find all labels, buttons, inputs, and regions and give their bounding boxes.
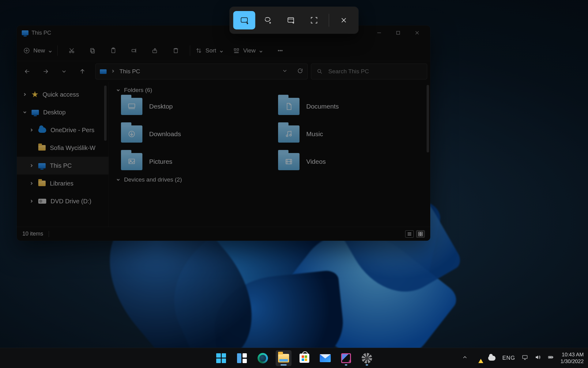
sidebar-item-label: Sofia Wyciślik-W (50, 144, 96, 151)
recent-locations-button[interactable] (60, 67, 68, 76)
this-pc-icon (100, 69, 107, 74)
expander-icon[interactable] (29, 182, 34, 185)
svg-point-27 (280, 50, 281, 51)
folder-downloads[interactable]: Downloads (121, 125, 266, 143)
widgets-button[interactable] (234, 350, 250, 366)
search-icon (317, 68, 323, 75)
microsoft-store-button[interactable] (296, 350, 312, 366)
toolbar: New Sort View (17, 40, 430, 61)
svg-rect-19 (174, 49, 178, 53)
large-icons-view-button[interactable] (416, 230, 425, 238)
sidebar-item-onedrive-pers[interactable]: OneDrive - Pers (17, 121, 108, 139)
expander-icon[interactable] (22, 93, 27, 96)
svg-rect-11 (91, 49, 94, 53)
sidebar-item-libraries[interactable]: Libraries (17, 174, 108, 192)
mail-button[interactable] (317, 350, 333, 366)
sidebar-item-sofia-wyci-lik-w[interactable]: Sofia Wyciślik-W (17, 139, 108, 157)
devices-section-header[interactable]: Devices and drives (2) (116, 176, 423, 183)
system-tray: ENG 10:43 AM 1/30/2022 (462, 348, 584, 368)
maximize-button[interactable] (394, 29, 402, 37)
more-icon[interactable] (277, 47, 284, 54)
expander-icon[interactable] (22, 110, 27, 114)
address-dropdown-button[interactable] (282, 68, 288, 75)
svg-point-39 (290, 134, 292, 136)
snipping-tool-bar (230, 7, 359, 34)
file-explorer-taskbar-button[interactable] (276, 350, 292, 366)
sidebar-item-label: Desktop (43, 109, 66, 116)
breadcrumb[interactable]: This PC (119, 68, 140, 75)
folder-pictures[interactable]: Pictures (121, 153, 266, 170)
window-snip-button[interactable] (280, 11, 302, 29)
fullscreen-snip-button[interactable] (303, 11, 325, 29)
svg-point-32 (318, 69, 321, 72)
settings-taskbar-button[interactable] (359, 350, 375, 366)
folder-documents[interactable]: Documents (278, 98, 423, 115)
minimize-button[interactable] (375, 29, 383, 37)
network-icon[interactable] (522, 354, 528, 362)
snip-close-button[interactable] (333, 11, 355, 29)
file-explorer-window: This PC New Sort (17, 25, 430, 241)
volume-icon[interactable] (535, 354, 541, 362)
cut-icon[interactable] (68, 47, 75, 54)
titlebar[interactable]: This PC (17, 25, 430, 40)
this-pc-icon (22, 30, 28, 35)
folder-music[interactable]: Music (278, 125, 423, 143)
monitor-icon (32, 110, 39, 115)
language-indicator[interactable]: ENG (502, 355, 515, 361)
forward-button[interactable] (41, 67, 50, 76)
freeform-snip-button[interactable] (257, 11, 279, 29)
rename-icon[interactable] (130, 47, 138, 54)
folder-desktop[interactable]: Desktop (121, 98, 266, 115)
details-view-button[interactable] (405, 230, 414, 238)
sidebar-item-label: OneDrive - Pers (51, 127, 94, 134)
sidebar-item-quick-access[interactable]: Quick access (17, 86, 108, 103)
taskbar: ENG 10:43 AM 1/30/2022 (0, 348, 588, 368)
sidebar-item-label: Quick access (43, 91, 79, 98)
monitor-icon (38, 163, 46, 168)
drive-icon (38, 199, 46, 204)
tray-overflow-button[interactable] (462, 354, 468, 362)
address-bar[interactable]: This PC (95, 63, 308, 79)
close-button[interactable] (413, 29, 421, 37)
svg-rect-12 (91, 48, 94, 52)
chevron-down-icon (259, 48, 263, 53)
sidebar-item-this-pc[interactable]: This PC (17, 157, 108, 174)
copy-icon[interactable] (89, 47, 96, 54)
content-scrollbar[interactable] (427, 85, 429, 152)
share-icon[interactable] (151, 47, 159, 54)
cloud-icon (38, 127, 46, 133)
clock[interactable]: 10:43 AM 1/30/2022 (560, 351, 584, 365)
view-button[interactable]: View (233, 47, 263, 54)
rectangular-snip-button[interactable] (233, 11, 255, 29)
item-count: 10 items (22, 231, 43, 237)
search-input[interactable]: Search This PC (311, 63, 427, 79)
sort-button[interactable]: Sort (195, 47, 224, 54)
windows-security-icon[interactable] (475, 355, 481, 362)
start-button[interactable] (213, 350, 229, 366)
sidebar-item-dvd-drive-d-[interactable]: DVD Drive (D:) (17, 192, 108, 210)
delete-icon[interactable] (172, 47, 179, 54)
content-pane: Folders (6) DesktopDocumentsDownloadsMus… (109, 82, 430, 227)
folders-section-header[interactable]: Folders (6) (116, 87, 423, 94)
snipping-tool-taskbar-button[interactable] (338, 350, 354, 366)
refresh-button[interactable] (297, 68, 303, 75)
up-button[interactable] (78, 67, 87, 76)
expander-icon[interactable] (29, 128, 34, 132)
folder-icon (278, 125, 300, 143)
sidebar-scrollbar[interactable] (104, 86, 107, 141)
battery-icon[interactable] (548, 354, 554, 362)
paste-icon[interactable] (110, 47, 117, 54)
svg-rect-17 (153, 50, 157, 53)
folder-label: Downloads (149, 130, 181, 138)
folder-videos[interactable]: Videos (278, 153, 423, 170)
onedrive-tray-icon[interactable] (488, 356, 496, 361)
back-button[interactable] (23, 67, 32, 76)
expander-icon[interactable] (29, 164, 34, 167)
svg-rect-1 (397, 31, 400, 34)
sidebar-item-desktop[interactable]: Desktop (17, 103, 108, 121)
star-icon (32, 91, 38, 98)
expander-icon[interactable] (29, 199, 34, 203)
svg-rect-23 (237, 48, 239, 50)
edge-button[interactable] (255, 350, 271, 366)
new-button[interactable]: New (23, 47, 52, 54)
